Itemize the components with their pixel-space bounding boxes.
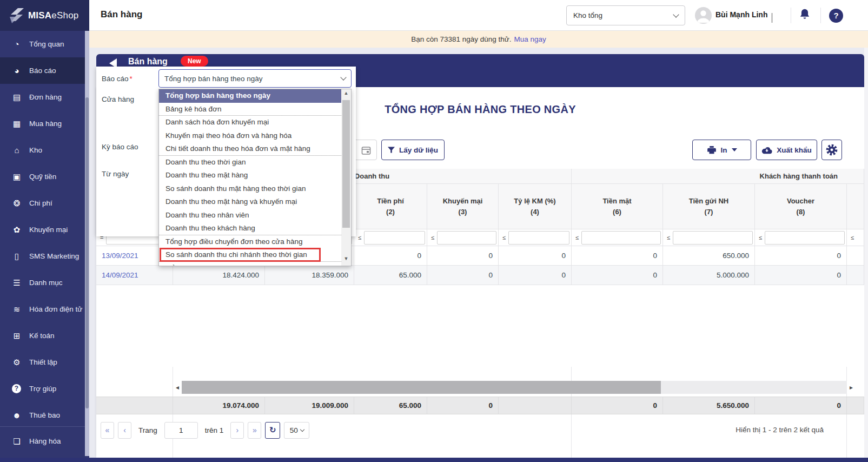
scrollbar-track[interactable] bbox=[182, 381, 847, 394]
phone-icon: ▯ bbox=[11, 252, 23, 261]
sidebar-item-bao-cao[interactable]: ◕Báo cáo bbox=[0, 57, 85, 84]
filter-op-lte[interactable]: ≤ bbox=[431, 234, 434, 241]
first-page-button[interactable]: « bbox=[101, 422, 114, 439]
reports-icon: ◕ bbox=[11, 66, 23, 75]
print-button[interactable]: In bbox=[692, 140, 751, 160]
filter-input-voucher[interactable] bbox=[765, 231, 845, 245]
filter-input-tien-phi[interactable] bbox=[364, 231, 425, 245]
horizontal-scrollbar[interactable]: ◂ ▸ bbox=[173, 380, 856, 394]
dropdown-option[interactable]: Tổng hợp bán hàng theo ngày bbox=[159, 89, 342, 103]
sidebar: MISAeShop ◔Tổng quan ◕Báo cáo ▤Đơn hàng … bbox=[0, 0, 89, 462]
sidebar-item-hang-hoa[interactable]: ❏Hàng hóa bbox=[0, 428, 85, 454]
sidebar-item-thue-bao[interactable]: ☻Thuê bao bbox=[0, 402, 85, 428]
scroll-right-icon[interactable]: ▸ bbox=[847, 384, 856, 391]
get-data-label: Lấy dữ liệu bbox=[399, 146, 438, 154]
sidebar-item-quy-tien[interactable]: ▣Quỹ tiền bbox=[0, 163, 85, 190]
scroll-down-icon[interactable]: ▼ bbox=[341, 256, 351, 265]
buy-now-link[interactable]: Mua ngay bbox=[514, 35, 546, 43]
report-type-select[interactable]: Tổng hợp bán hàng theo ngày bbox=[158, 69, 352, 88]
dropdown-option[interactable]: Danh sách hóa đơn khuyến mại bbox=[159, 116, 342, 129]
refresh-button[interactable]: ↻ bbox=[265, 422, 280, 439]
sidebar-item-label: Hóa đơn điện tử bbox=[29, 305, 82, 313]
store-select[interactable]: Kho tổng bbox=[566, 5, 685, 25]
scrollbar-thumb[interactable] bbox=[182, 381, 661, 394]
next-page-button[interactable]: › bbox=[230, 422, 244, 439]
sidebar-scrollbar[interactable] bbox=[85, 31, 89, 456]
cell-value: 0 bbox=[755, 246, 847, 266]
field-label-cua-hang: Cửa hàng bbox=[102, 95, 134, 103]
filter-op-lte[interactable]: ≤ bbox=[502, 234, 506, 241]
dropdown-scrollbar[interactable]: ▲ ▼ bbox=[341, 89, 351, 266]
dropdown-option[interactable]: Doanh thu theo mặt hàng bbox=[159, 169, 342, 182]
avatar[interactable] bbox=[695, 7, 712, 24]
column-header-voucher[interactable]: Voucher(8) bbox=[755, 184, 847, 229]
filter-input-tien-gui-nh[interactable] bbox=[673, 231, 753, 245]
filter-input-ty-le-km[interactable] bbox=[508, 231, 569, 245]
column-header-tien-phi[interactable]: Tiền phí(2) bbox=[354, 184, 427, 229]
table-settings-button[interactable] bbox=[821, 140, 842, 160]
scroll-left-icon[interactable]: ◂ bbox=[173, 384, 182, 391]
column-header-ty-le-km[interactable]: Tỷ lệ KM (%)(4) bbox=[499, 184, 572, 229]
page-scroll-gutter[interactable] bbox=[864, 48, 868, 458]
help-button[interactable]: ? bbox=[829, 9, 843, 23]
cell-empty bbox=[847, 266, 864, 285]
dropdown-option[interactable]: Chi tiết doanh thu theo hóa đơn và mặt h… bbox=[159, 142, 342, 156]
sidebar-item-tro-giup[interactable]: ?Trợ giúp bbox=[0, 375, 85, 402]
total-value: 0 bbox=[572, 397, 663, 414]
get-data-button[interactable]: Lấy dữ liệu bbox=[381, 140, 445, 160]
dropdown-option[interactable]: Tổng hợp điều chuyển đơn theo cửa hàng bbox=[159, 235, 342, 249]
sidebar-item-don-hang[interactable]: ▤Đơn hàng bbox=[0, 84, 85, 110]
gear-icon bbox=[826, 144, 838, 156]
dropdown-option[interactable]: Sổ giao hàng bbox=[159, 262, 342, 267]
notifications-bell-icon[interactable] bbox=[798, 8, 814, 24]
last-page-button[interactable]: » bbox=[248, 422, 261, 439]
bottom-edge-strip bbox=[0, 458, 868, 462]
sidebar-item-khuyen-mai[interactable]: ✿Khuyến mại bbox=[0, 216, 85, 243]
dropdown-option[interactable]: So sánh doanh thu mặt hàng theo thời gia… bbox=[159, 182, 342, 196]
dropdown-scrollbar-thumb[interactable] bbox=[342, 100, 350, 228]
filter-op-lte[interactable]: ≤ bbox=[759, 234, 762, 241]
dropdown-option-highlighted[interactable]: So sánh doanh thu chi nhánh theo thời gi… bbox=[159, 248, 342, 262]
sidebar-item-kho[interactable]: ⌂Kho bbox=[0, 137, 85, 163]
scroll-up-icon[interactable]: ▲ bbox=[341, 90, 351, 99]
dropdown-option[interactable]: Bảng kê hóa đơn bbox=[159, 103, 342, 116]
sidebar-item-thiet-lap[interactable]: ⚙Thiết lập bbox=[0, 349, 85, 375]
sidebar-item-label: Thuê bao bbox=[29, 411, 60, 419]
column-header-tien-gui-nh[interactable]: Tiền gửi NH(7) bbox=[663, 184, 755, 229]
filter-input-khuyen-mai[interactable] bbox=[437, 231, 496, 245]
sidebar-item-chi-phi[interactable]: ❂Chi phí bbox=[0, 190, 85, 216]
dropdown-option[interactable]: Doanh thu theo nhân viên bbox=[159, 209, 342, 222]
filter-op-lte[interactable]: ≤ bbox=[667, 234, 670, 241]
filter-op-lte[interactable]: ≤ bbox=[575, 234, 579, 241]
sidebar-item-ke-toan[interactable]: ⊞Kế toán bbox=[0, 322, 85, 349]
sidebar-item-label: Trợ giúp bbox=[29, 385, 56, 393]
row-date-link[interactable]: 14/09/2021 bbox=[96, 266, 173, 285]
export-button[interactable]: Xuất khẩu bbox=[756, 140, 817, 160]
dropdown-option[interactable]: Doanh thu theo khách hàng bbox=[159, 222, 342, 235]
app-logo[interactable]: MISAeShop bbox=[0, 0, 89, 31]
sidebar-item-danh-muc[interactable]: ☰Danh mục bbox=[0, 269, 85, 296]
report-type-value: Tổng hợp bán hàng theo ngày bbox=[164, 75, 263, 83]
user-menu-chevron-icon[interactable] bbox=[772, 13, 772, 23]
dropdown-option[interactable]: Doanh thu theo mặt hàng và khuyến mại bbox=[159, 195, 342, 209]
dropdown-option[interactable]: Doanh thu theo thời gian bbox=[159, 156, 342, 169]
filter-input-tien-mat[interactable] bbox=[581, 231, 661, 245]
warehouse-icon: ⌂ bbox=[11, 146, 23, 155]
page-number-input[interactable] bbox=[164, 422, 198, 439]
dropdown-option[interactable]: Khuyến mại theo hóa đơn và hàng hóa bbox=[159, 129, 342, 143]
sidebar-item-mua-hang[interactable]: ▦Mua hàng bbox=[0, 110, 85, 137]
sidebar-item-label: Chi phí bbox=[29, 199, 52, 207]
column-header-tien-mat[interactable]: Tiền mặt(6) bbox=[572, 184, 663, 229]
sidebar-item-label: Tổng quan bbox=[29, 40, 64, 48]
filter-op-lte[interactable]: ≤ bbox=[851, 234, 854, 241]
page-size-select[interactable]: 50 bbox=[284, 422, 309, 439]
column-header-khuyen-mai[interactable]: Khuyến mại(3) bbox=[427, 184, 499, 229]
sidebar-scrollbar-thumb[interactable] bbox=[85, 97, 89, 408]
sidebar-item-tong-quan[interactable]: ◔Tổng quan bbox=[0, 31, 85, 57]
prev-page-button[interactable]: ‹ bbox=[118, 422, 131, 439]
filter-op-lte[interactable]: ≤ bbox=[358, 234, 361, 241]
sidebar-item-hoa-don-dien-tu[interactable]: ≋Hóa đơn điện tử bbox=[0, 296, 85, 322]
sidebar-item-sms-marketing[interactable]: ▯SMS Marketing bbox=[0, 243, 85, 269]
user-name[interactable]: Bùi Mạnh Linh bbox=[715, 10, 767, 19]
page-title: Bán hàng bbox=[101, 9, 142, 20]
